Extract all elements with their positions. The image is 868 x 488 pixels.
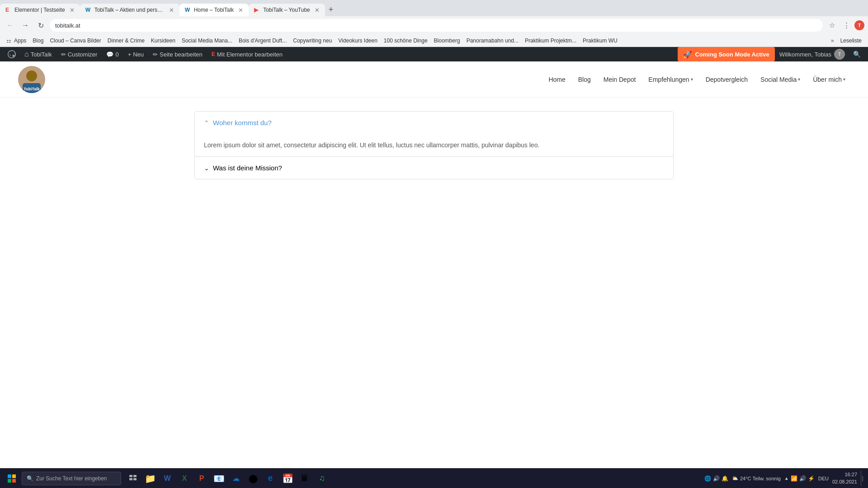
accordion-1-expand-icon: ⌃: [204, 119, 209, 127]
svg-rect-5: [12, 474, 16, 478]
accordion-header-1[interactable]: ⌃ Woher kommst du?: [195, 112, 673, 134]
tab-3-favicon: W: [185, 7, 191, 13]
bookmark-copywriting[interactable]: Copywriting neu: [290, 37, 335, 45]
taskbar-app-calendar[interactable]: 📅: [279, 470, 296, 487]
back-button[interactable]: ←: [4, 19, 16, 32]
accordion: ⌃ Woher kommst du? Lorem ipsum dolor sit…: [194, 111, 674, 179]
up-arrow-icon[interactable]: ▲: [784, 476, 789, 481]
admin-site-name[interactable]: ⌂ TobiTalk: [20, 47, 57, 61]
nav-social-media[interactable]: Social Media ▾: [756, 73, 805, 86]
start-button[interactable]: [4, 470, 20, 487]
new-tab-button[interactable]: +: [325, 3, 337, 16]
svg-rect-8: [129, 475, 132, 477]
bookmark-icon[interactable]: ☆: [826, 19, 838, 32]
admin-edit-page[interactable]: ✏ Seite bearbeiten: [148, 47, 207, 61]
tab-2[interactable]: W TobiTalk – Aktien und persönlich... ✕: [80, 4, 179, 16]
tab-4-close[interactable]: ✕: [315, 7, 320, 14]
admin-edit-elementor[interactable]: E Mit Elementor bearbeiten: [207, 47, 287, 61]
svg-point-1: [26, 70, 37, 81]
taskbar-app-chrome[interactable]: ⬤: [245, 470, 261, 487]
bookmark-praktikum-projekt[interactable]: Praktikum Projektm...: [522, 37, 579, 45]
tab-1-favicon: E: [5, 7, 12, 13]
nav-depotvergleich[interactable]: Depotvergleich: [701, 73, 752, 86]
bookmark-100dinge[interactable]: 100 schöne Dinge: [381, 37, 430, 45]
taskbar-app-edge[interactable]: e: [262, 470, 278, 487]
taskbar-search[interactable]: 🔍 Zur Suche Text hier eingeben: [22, 472, 121, 485]
taskbar-app-view[interactable]: [125, 470, 141, 487]
taskbar-app-word[interactable]: W: [159, 470, 175, 487]
taskbar-app-excel[interactable]: X: [176, 470, 193, 487]
tab-4[interactable]: ▶ TobiTalk – YouTube ✕: [249, 4, 325, 16]
accordion-body-1: Lorem ipsum dolor sit amet, consectetur …: [195, 134, 673, 156]
windows-logo-icon: [7, 474, 16, 483]
nav-blog[interactable]: Blog: [574, 73, 595, 86]
svg-rect-7: [12, 479, 16, 483]
tab-1-close[interactable]: ✕: [70, 7, 75, 14]
coming-soon-badge[interactable]: 🚀 Coming Soon Mode Active: [678, 47, 774, 61]
admin-comments[interactable]: 💬 0: [102, 47, 123, 61]
bookmark-blog[interactable]: Blog: [30, 37, 46, 45]
taskbar-app-calculator[interactable]: 🖩: [297, 470, 313, 487]
accordion-title-1: Woher kommst du?: [213, 119, 272, 127]
address-bar-row: ← → ↻ ☆ ⋮ T: [0, 16, 868, 34]
nav-ueber[interactable]: Über mich ▾: [808, 73, 850, 86]
bookmark-cloud[interactable]: Cloud – Canva Bilder: [47, 37, 104, 45]
accordion-header-2[interactable]: ⌄ Was ist deine Mission?: [195, 157, 673, 179]
svg-rect-11: [133, 478, 137, 480]
power-icon[interactable]: ⚡: [808, 475, 815, 482]
bookmark-dinner[interactable]: Dinner & Crime: [105, 37, 147, 45]
battery-icon[interactable]: 🔔: [722, 475, 728, 482]
bookmark-bloomberg[interactable]: Bloomberg: [431, 37, 463, 45]
accordion-item-1: ⌃ Woher kommst du? Lorem ipsum dolor sit…: [195, 112, 673, 157]
volume-icon[interactable]: 🔊: [713, 475, 720, 482]
tab-2-close[interactable]: ✕: [169, 7, 174, 14]
bookmark-kursideen[interactable]: Kursideen: [148, 37, 178, 45]
address-input[interactable]: [50, 19, 823, 32]
taskbar-app-file[interactable]: 📁: [142, 470, 158, 487]
ueber-dropdown-arrow: ▾: [843, 77, 845, 82]
profile-avatar[interactable]: T: [854, 20, 864, 30]
welcome-text: Willkommen, Tobias T: [775, 49, 849, 60]
more-bookmarks-button[interactable]: »: [828, 37, 837, 45]
welcome-avatar[interactable]: T: [834, 49, 845, 60]
wifi-icon[interactable]: 📶: [791, 475, 797, 482]
bookmark-videokurs[interactable]: Videokurs Ideen: [335, 37, 380, 45]
clock[interactable]: 16:27 02.08.2021: [832, 471, 857, 485]
taskbar-app-mail[interactable]: 📧: [211, 470, 227, 487]
bookmark-apps[interactable]: ⚏ Apps: [4, 37, 29, 45]
admin-new[interactable]: + Neu: [123, 47, 148, 61]
admin-customizer[interactable]: ✏ Customizer: [57, 47, 102, 61]
weather-widget[interactable]: ⛅ 24°C Teilw. sonnig: [732, 475, 781, 481]
settings-icon[interactable]: ⋮: [840, 19, 853, 32]
language-indicator[interactable]: DEU: [818, 476, 829, 481]
nav-empfehlungen[interactable]: Empfehlungen ▾: [644, 73, 697, 86]
nav-home[interactable]: Home: [544, 73, 570, 86]
site-navigation: Home Blog Mein Depot Empfehlungen ▾ Depo…: [544, 73, 850, 86]
show-desktop-button[interactable]: │: [861, 470, 864, 487]
reload-button[interactable]: ↻: [34, 19, 47, 32]
tab-2-favicon: W: [85, 7, 92, 13]
admin-search-icon[interactable]: 🔍: [849, 51, 864, 58]
bookmark-bois[interactable]: Bois d'Argent Duft...: [236, 37, 289, 45]
taskbar-app-onedrive[interactable]: ☁: [228, 470, 244, 487]
site-logo[interactable]: TobiTalk: [18, 66, 45, 93]
taskbar-app-spotify[interactable]: ♫: [314, 470, 330, 487]
bookmark-leseliste[interactable]: Leseliste: [838, 37, 864, 45]
bookmark-praktikum-wu[interactable]: Praktikum WU: [580, 37, 620, 45]
wp-logo-item[interactable]: [4, 47, 20, 61]
tab-3-close[interactable]: ✕: [238, 7, 243, 14]
network-icon[interactable]: 🌐: [704, 475, 711, 482]
sound-icon[interactable]: 🔊: [799, 475, 806, 482]
taskbar-app-powerpoint[interactable]: P: [193, 470, 210, 487]
site-header: TobiTalk Home Blog Mein Depot Empfehlung…: [0, 61, 868, 98]
svg-rect-9: [133, 475, 137, 477]
nav-depot[interactable]: Mein Depot: [599, 73, 641, 86]
task-view-icon: [128, 474, 137, 483]
bookmark-panorama[interactable]: Panoramabahn und...: [464, 37, 521, 45]
accordion-item-2: ⌄ Was ist deine Mission?: [195, 157, 673, 179]
tab-1[interactable]: E Elementor | Testseite ✕: [0, 4, 80, 16]
apps-icon: ⚏: [6, 38, 13, 44]
tab-3[interactable]: W Home – TobiTalk ✕: [179, 4, 249, 16]
forward-button[interactable]: →: [19, 19, 32, 32]
bookmark-social[interactable]: Social Media Mana...: [179, 37, 235, 45]
